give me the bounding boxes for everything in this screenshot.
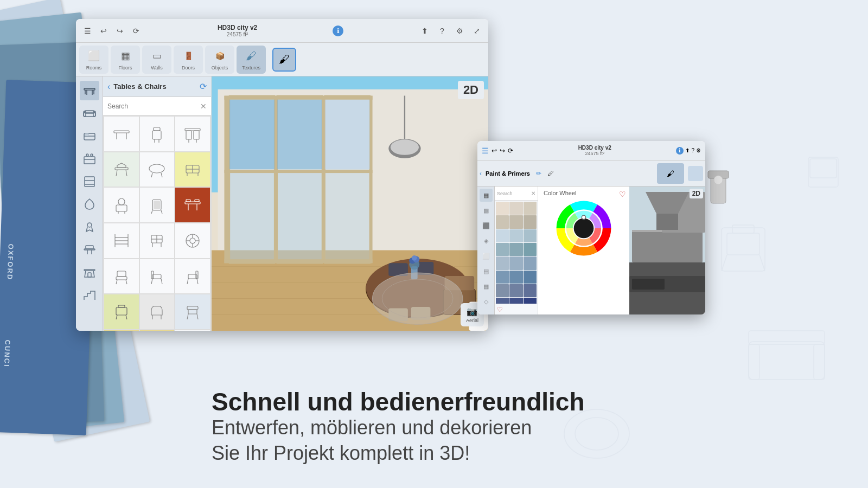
sec-sidebar-icon-1[interactable]: ▦ (480, 189, 493, 202)
catalog-item[interactable] (104, 188, 139, 222)
settings-icon[interactable]: ⚙ (454, 25, 465, 37)
selected-texture-item[interactable]: 🖌 (272, 48, 296, 72)
redo-icon[interactable]: ↪ (114, 25, 126, 37)
color-swatch-item[interactable] (509, 202, 522, 215)
color-swatch-item[interactable] (496, 202, 509, 215)
undo-icon[interactable]: ↩ (98, 25, 110, 37)
sidebar-bed-icon[interactable] (80, 126, 99, 146)
color-swatch-item[interactable] (496, 229, 509, 242)
color-swatch-item[interactable] (509, 284, 522, 297)
color-swatch-item[interactable] (496, 243, 509, 256)
palette-search[interactable]: Search ✕ (495, 187, 538, 201)
color-swatch-item[interactable] (509, 215, 522, 228)
color-wheel-svg[interactable] (554, 198, 614, 258)
color-swatch-item[interactable] (524, 243, 537, 256)
catalog-item[interactable] (140, 152, 175, 187)
sidebar-stairs-icon[interactable] (80, 286, 99, 305)
catalog-item[interactable] (104, 330, 139, 331)
sec-settings-icon[interactable]: ⚙ (696, 147, 701, 153)
sidebar-outdoor-icon[interactable] (80, 263, 99, 282)
sidebar-tables-icon[interactable] (80, 81, 99, 100)
catalog-item[interactable] (104, 223, 139, 258)
color-swatch-item[interactable] (496, 256, 509, 269)
sec-2d-badge[interactable]: 2D (690, 189, 703, 198)
color-swatch-item[interactable] (509, 298, 522, 304)
color-swatch-item[interactable] (524, 229, 537, 242)
tab-doors[interactable]: 🚪 Doors (174, 46, 203, 74)
color-swatch-item[interactable] (509, 256, 522, 269)
sec-undo-icon[interactable]: ↩ (492, 147, 497, 155)
sidebar-desk-icon[interactable] (80, 240, 99, 260)
sidebar-sofa-icon[interactable] (80, 104, 99, 123)
search-clear-icon[interactable]: ✕ (200, 102, 207, 111)
color-swatch-item[interactable] (524, 202, 537, 215)
back-button[interactable]: ‹ (107, 82, 110, 92)
color-swatch-item[interactable] (524, 256, 537, 269)
catalog-item[interactable] (140, 330, 175, 331)
sec-pen-icon[interactable]: 🖊 (547, 170, 554, 177)
tab-textures[interactable]: 🖌 Textures (237, 46, 266, 74)
sidebar-storage-icon[interactable] (80, 172, 99, 191)
sec-share-icon[interactable]: ⬆ (685, 147, 690, 153)
color-swatch-item[interactable] (496, 271, 509, 284)
color-swatch-item[interactable] (524, 271, 537, 284)
catalog-item[interactable] (140, 259, 175, 294)
search-input[interactable] (107, 102, 200, 110)
catalog-item[interactable] (104, 117, 139, 151)
sec-help-icon[interactable]: ? (691, 147, 694, 153)
sidebar-kitchen-icon[interactable] (80, 149, 99, 169)
tab-floors[interactable]: ▦ Floors (111, 46, 140, 74)
sec-sidebar-icon-4[interactable]: ◈ (480, 234, 493, 247)
color-wheel-heart-icon[interactable]: ♡ (619, 190, 626, 198)
color-swatch-item[interactable] (524, 215, 537, 228)
color-swatch-item[interactable] (509, 229, 522, 242)
color-swatch-item[interactable] (524, 284, 537, 297)
sec-sidebar-icon-3[interactable]: ⬛ (480, 219, 493, 232)
catalog-item[interactable] (175, 330, 210, 331)
catalog-item[interactable] (104, 294, 139, 329)
color-swatch-item[interactable] (496, 298, 509, 304)
heart-icon[interactable]: ♡ (497, 306, 503, 313)
tab-objects[interactable]: 📦 Objects (205, 46, 234, 74)
sec-edit-icon[interactable]: ✏ (536, 170, 541, 177)
catalog-item[interactable] (140, 117, 175, 151)
menu-icon[interactable]: ☰ (81, 25, 93, 37)
help-icon[interactable]: ? (436, 25, 448, 37)
sec-sidebar-icon-5[interactable]: ⬜ (480, 249, 493, 262)
color-swatch-item[interactable] (524, 298, 537, 304)
2d-badge[interactable]: 2D (458, 81, 484, 99)
palette-search-clear[interactable]: ✕ (531, 190, 535, 196)
catalog-item[interactable] (140, 223, 175, 258)
catalog-item[interactable] (104, 259, 139, 294)
sec-sidebar-icon-8[interactable]: ◇ (480, 295, 493, 308)
sec-texture-swatch[interactable] (688, 166, 703, 181)
catalog-item[interactable] (175, 188, 210, 222)
sec-sidebar-icon-6[interactable]: ▤ (480, 265, 493, 278)
tab-rooms[interactable]: ⬜ Rooms (79, 46, 108, 74)
sec-menu-icon[interactable]: ☰ (482, 146, 489, 155)
catalog-item[interactable] (140, 294, 175, 329)
sec-sidebar-icon-2[interactable]: ▩ (480, 204, 493, 217)
sec-refresh-icon[interactable]: ⟳ (508, 147, 513, 155)
catalog-item[interactable] (140, 188, 175, 222)
color-swatch-item[interactable] (496, 284, 509, 297)
sidebar-toy-icon[interactable] (80, 217, 99, 237)
refresh-icon[interactable]: ⟳ (130, 25, 142, 37)
tab-walls[interactable]: ▭ Walls (142, 46, 171, 74)
color-swatch-item[interactable] (496, 215, 509, 228)
catalog-item[interactable] (175, 152, 210, 187)
catalog-item[interactable] (175, 223, 210, 258)
sec-sidebar-icon-7[interactable]: ▦ (480, 280, 493, 293)
color-swatch-item[interactable] (509, 271, 522, 284)
sec-texture-tab[interactable]: 🖌 (657, 163, 684, 184)
sec-redo-icon[interactable]: ↪ (500, 147, 505, 155)
expand-icon[interactable]: ⤢ (471, 25, 483, 37)
catalog-sync-icon[interactable]: ⟳ (200, 81, 207, 92)
sec-info-icon[interactable]: ℹ (676, 147, 684, 155)
catalog-item[interactable] (175, 259, 210, 294)
sec-back-btn[interactable]: ‹ (480, 170, 482, 177)
catalog-item[interactable] (104, 152, 139, 187)
catalog-item[interactable] (175, 117, 210, 151)
color-swatch-item[interactable] (509, 243, 522, 256)
share-icon[interactable]: ⬆ (419, 25, 431, 37)
